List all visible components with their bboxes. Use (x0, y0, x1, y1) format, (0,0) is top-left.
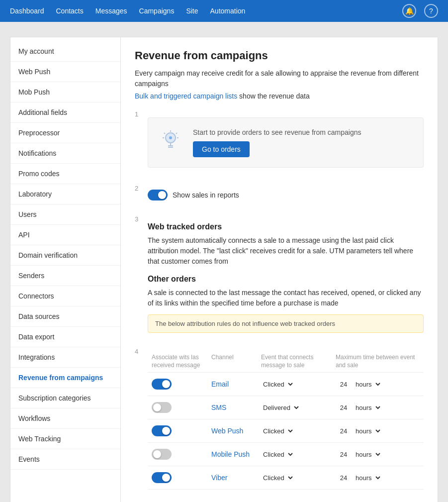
nav-automation[interactable]: Automation (210, 7, 246, 15)
hours-input-2[interactable] (336, 427, 352, 435)
time-unit-select-1[interactable]: hours (354, 403, 382, 412)
top-nav: Dashboard Contacts Messages Campaigns Si… (0, 0, 448, 22)
nav-site[interactable]: Site (186, 7, 198, 15)
sidebar-item-api[interactable]: API (10, 225, 120, 245)
channel-link-2[interactable]: Web Push (211, 427, 243, 435)
row-channel-cell: SMS (207, 396, 257, 419)
sidebar-item-integrations[interactable]: Integrations (10, 347, 120, 368)
content-area: Revenue from campaigns Every campaign ma… (121, 37, 438, 502)
toggle-knob (162, 474, 170, 482)
row-toggle-cell (148, 396, 207, 419)
sidebar-item-web-tracking[interactable]: Web Tracking (10, 429, 120, 449)
col-event: Event that connects message to sale (257, 351, 332, 373)
table-row: EmailClickedhours (148, 373, 424, 396)
channel-toggle-2[interactable] (152, 425, 172, 436)
sidebar-item-users[interactable]: Users (10, 204, 120, 225)
row-event-cell: Clicked (257, 373, 332, 396)
toggle-label: Show sales in reports (173, 191, 239, 199)
sidebar-item-workflows[interactable]: Workflows (10, 408, 120, 429)
page-wrapper: My accountWeb PushMob PushAdditional fie… (0, 22, 448, 502)
hours-input-4[interactable] (336, 474, 352, 482)
event-select-0[interactable]: Clicked (261, 380, 294, 389)
nav-contacts[interactable]: Contacts (56, 7, 84, 15)
row-hours-cell: hours (332, 443, 424, 466)
help-icon[interactable]: ? (424, 4, 438, 18)
sidebar-item-data-export[interactable]: Data export (10, 327, 120, 347)
hours-input-3[interactable] (336, 451, 352, 458)
table-row: Web PushClickedhours (148, 419, 424, 443)
toggle-knob (153, 450, 161, 458)
sidebar-item-data-sources[interactable]: Data sources (10, 306, 120, 327)
nav-dashboard[interactable]: Dashboard (10, 7, 44, 15)
step3-row: 3 Web tracked orders The system automati… (135, 214, 424, 339)
sidebar-item-laboratory[interactable]: Laboratory (10, 184, 120, 204)
show-sales-toggle[interactable] (148, 190, 168, 201)
sidebar-item-web-push[interactable]: Web Push (10, 62, 120, 82)
bulk-campaigns-link[interactable]: Bulk and triggered campaign lists (135, 92, 237, 100)
row-event-cell: Clicked (257, 443, 332, 466)
channel-toggle-1[interactable] (152, 402, 172, 413)
row-channel-cell: Web Push (207, 419, 257, 443)
nav-icon-group: 🔔 ? (402, 4, 438, 18)
sidebar-item-connectors[interactable]: Connectors (10, 286, 120, 306)
go-to-orders-button[interactable]: Go to orders (193, 141, 250, 157)
sidebar-item-senders[interactable]: Senders (10, 266, 120, 286)
col-max-time: Maximum time between event and sale (332, 351, 424, 373)
sidebar-item-additional-fields[interactable]: Additional fields (10, 102, 120, 123)
row-hours-cell: hours (332, 373, 424, 396)
event-select-4[interactable]: Clicked (261, 474, 294, 482)
col-associate: Associate wits las received message (148, 351, 207, 373)
channel-link-1[interactable]: SMS (211, 403, 226, 411)
nav-campaigns[interactable]: Campaigns (139, 7, 175, 15)
sidebar-item-subscription-categories[interactable]: Subscription categories (10, 388, 120, 408)
description1-text: Every campaign may receive credit for a … (135, 69, 419, 88)
hours-input-1[interactable] (336, 404, 352, 411)
row-hours-cell: hours (332, 396, 424, 419)
nav-messages[interactable]: Messages (95, 7, 127, 15)
time-unit-select-2[interactable]: hours (354, 427, 382, 435)
channel-link-3[interactable]: Mobile Push (211, 450, 250, 458)
page-title: Revenue from campaigns (135, 49, 424, 62)
sidebar-item-preprocessor[interactable]: Preprocessor (10, 123, 120, 143)
attribution-table-container: Associate wits las received message Chan… (148, 347, 424, 490)
bell-icon[interactable]: 🔔 (402, 4, 416, 18)
description1: Every campaign may receive credit for a … (135, 68, 424, 89)
channel-link-4[interactable]: Viber (211, 474, 227, 482)
time-unit-select-4[interactable]: hours (354, 474, 382, 482)
channel-link-0[interactable]: Email (211, 380, 229, 388)
step1-number: 1 (135, 109, 143, 118)
event-select-3[interactable]: Clicked (261, 450, 294, 459)
sidebar-item-promo-codes[interactable]: Promo codes (10, 164, 120, 184)
sidebar: My accountWeb PushMob PushAdditional fie… (10, 37, 121, 502)
time-unit-select-3[interactable]: hours (354, 450, 382, 459)
channel-toggle-0[interactable] (152, 379, 172, 390)
step4-row: 4 Associate wits las received message Ch… (135, 347, 424, 490)
table-row: Mobile PushClickedhours (148, 443, 424, 466)
hours-input-0[interactable] (336, 381, 352, 388)
info-box-content: Start to provide orders to see revenue f… (193, 128, 361, 157)
col-channel: Channel (207, 351, 257, 373)
infobox-text: Start to provide orders to see revenue f… (193, 128, 361, 136)
sidebar-item-revenue-from-campaigns[interactable]: Revenue from campaigns (10, 368, 120, 388)
sidebar-item-notifications[interactable]: Notifications (10, 143, 120, 164)
sidebar-item-events[interactable]: Events (10, 449, 120, 470)
sidebar-item-mob-push[interactable]: Mob Push (10, 82, 120, 102)
web-tracked-desc: The system automatically connects a sale… (148, 235, 424, 267)
step4-number: 4 (135, 347, 143, 355)
info-box: Start to provide orders to see revenue f… (148, 117, 424, 168)
warning-box: The below attribution rules do not influ… (148, 314, 424, 333)
row-channel-cell: Email (207, 373, 257, 396)
event-select-2[interactable]: Clicked (261, 427, 294, 435)
time-unit-select-0[interactable]: hours (354, 380, 382, 389)
toggle-knob (162, 427, 170, 435)
channel-toggle-4[interactable] (152, 472, 172, 483)
row-event-cell: Clicked (257, 466, 332, 490)
channel-toggle-3[interactable] (152, 449, 172, 460)
event-select-1[interactable]: Delivered (261, 403, 300, 412)
row-hours-cell: hours (332, 466, 424, 490)
sidebar-item-my-account[interactable]: My account (10, 41, 120, 62)
step3-content: Web tracked orders The system automatica… (148, 214, 424, 339)
table-row: ViberClickedhours (148, 466, 424, 490)
sidebar-item-domain-verification[interactable]: Domain verification (10, 245, 120, 266)
attribution-table: Associate wits las received message Chan… (148, 351, 424, 490)
